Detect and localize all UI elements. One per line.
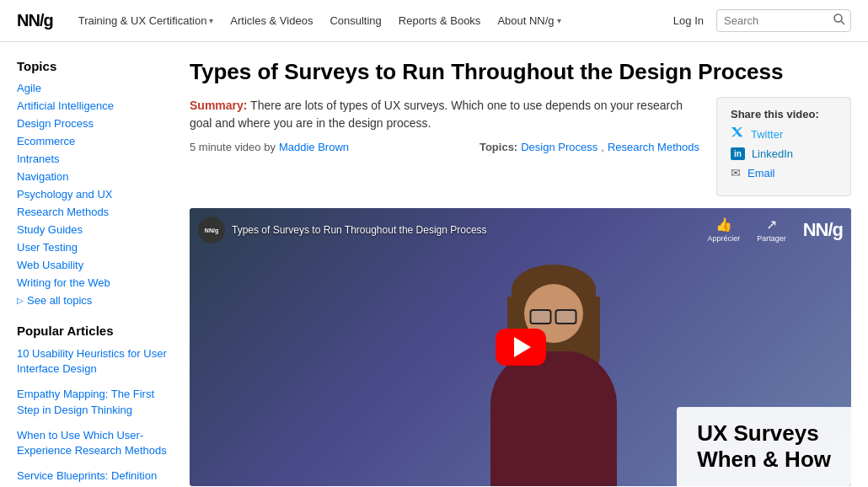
search-input[interactable] — [724, 14, 833, 27]
person-glasses — [526, 309, 581, 326]
nav-articles[interactable]: Articles & Videos — [230, 14, 313, 27]
sidebar-item-agile[interactable]: Agile — [17, 82, 173, 94]
topic-research-methods[interactable]: Research Methods — [608, 141, 699, 153]
video-person — [490, 271, 617, 486]
sidebar-item-research-methods[interactable]: Research Methods — [17, 206, 173, 218]
video-container: NN/g Types of Surveys to Run Throughout … — [190, 208, 851, 486]
popular-article-4[interactable]: Service Blueprints: Definition — [17, 468, 173, 484]
glasses-frame — [526, 309, 581, 324]
glasses-lens-left — [530, 309, 552, 324]
chevron-right-icon: ▷ — [17, 296, 24, 305]
sidebar: Topics Agile Artificial Intelligence Des… — [17, 59, 173, 487]
video-logo: NN/g — [803, 219, 843, 241]
sidebar-item-intranets[interactable]: Intranets — [17, 153, 173, 165]
popular-articles-heading: Popular Articles — [17, 324, 173, 338]
sidebar-item-navigation[interactable]: Navigation — [17, 170, 173, 183]
video-top-right-actions: 👍 Apprécier ↗ Partager NN/g — [708, 217, 843, 243]
search-icon[interactable] — [833, 13, 845, 28]
sidebar-item-ai[interactable]: Artificial Intelligence — [17, 99, 173, 112]
person-body — [490, 351, 617, 486]
glasses-lens-right — [555, 309, 577, 324]
svg-point-0 — [834, 14, 842, 22]
nav-about[interactable]: About NN/g ▾ — [497, 14, 560, 27]
play-button[interactable] — [496, 329, 546, 366]
share-title: Share this video: — [731, 108, 837, 120]
share-box: Share this video: Twitter in LinkedIn ✉ … — [716, 97, 851, 196]
play-icon — [514, 337, 531, 357]
see-all-label: See all topics — [27, 294, 92, 307]
article-topics: Topics: Design Process, Research Methods — [480, 141, 699, 153]
site-logo[interactable]: NN/g — [17, 11, 53, 30]
popular-articles-section: Popular Articles 10 Usability Heuristics… — [17, 324, 173, 484]
video-player[interactable]: NN/g Types of Surveys to Run Throughout … — [190, 208, 851, 486]
sidebar-item-web-usability[interactable]: Web Usability — [17, 259, 173, 271]
chevron-down-icon: ▾ — [209, 16, 213, 25]
search-box — [716, 9, 851, 32]
summary-body: There are lots of types of UX surveys. W… — [190, 99, 683, 130]
nav-training[interactable]: Training & UX Certification ▾ — [78, 14, 214, 27]
header: NN/g Training & UX Certification ▾ Artic… — [0, 0, 868, 42]
login-link[interactable]: Log In — [673, 14, 704, 27]
ux-surveys-title: UX Surveys When & How — [697, 420, 831, 473]
linkedin-label: LinkedIn — [752, 147, 793, 160]
popular-article-2[interactable]: Empathy Mapping: The First Step in Desig… — [17, 387, 173, 417]
overlay-line1: UX Surveys — [697, 420, 831, 447]
overlay-line2: When & How — [697, 447, 831, 473]
linkedin-icon: in — [731, 147, 745, 160]
article-meta: 5 minute video by Maddie Brown Topics: D… — [190, 141, 699, 153]
main-layout: Topics Agile Artificial Intelligence Des… — [0, 42, 868, 487]
main-nav: Training & UX Certification ▾ Articles &… — [78, 14, 673, 27]
sidebar-item-design-process[interactable]: Design Process — [17, 117, 173, 130]
nngroup-badge: NN/g — [198, 217, 225, 244]
sidebar-item-user-testing[interactable]: User Testing — [17, 241, 173, 254]
twitter-share[interactable]: Twitter — [731, 127, 837, 142]
article-content: Types of Surveys to Run Throughout the D… — [190, 59, 851, 487]
like-label: Apprécier — [708, 234, 741, 243]
article-byline: 5 minute video by Maddie Brown — [190, 141, 349, 153]
video-top-bar: NN/g Types of Surveys to Run Throughout … — [198, 217, 487, 244]
header-right: Log In — [673, 9, 851, 32]
popular-article-1[interactable]: 10 Usability Heuristics for User Interfa… — [17, 346, 173, 377]
svg-line-1 — [841, 21, 844, 24]
email-share[interactable]: ✉ Email — [731, 166, 837, 179]
summary-label: Summary: — [190, 99, 247, 112]
sidebar-item-study-guides[interactable]: Study Guides — [17, 223, 173, 236]
logo-text: NN/g — [17, 11, 53, 29]
video-share-action[interactable]: ↗ Partager — [757, 217, 786, 243]
email-icon: ✉ — [731, 166, 741, 179]
email-label: Email — [747, 167, 775, 179]
nav-reports[interactable]: Reports & Books — [399, 14, 481, 27]
twitter-icon — [731, 127, 744, 142]
topic-design-process[interactable]: Design Process — [521, 141, 597, 153]
share-icon: ↗ — [766, 217, 777, 233]
author-link[interactable]: Maddie Brown — [279, 141, 349, 153]
chevron-down-icon: ▾ — [557, 16, 561, 25]
see-all-topics-link[interactable]: ▷ See all topics — [17, 294, 173, 307]
topics-label: Topics: — [480, 141, 517, 153]
nav-consulting[interactable]: Consulting — [330, 14, 381, 27]
twitter-label: Twitter — [751, 128, 783, 141]
topics-heading: Topics — [17, 59, 173, 73]
video-like-action[interactable]: 👍 Apprécier — [708, 217, 741, 243]
share-label: Partager — [757, 234, 786, 243]
article-title: Types of Surveys to Run Throughout the D… — [190, 59, 851, 85]
thumbsup-icon: 👍 — [715, 217, 732, 233]
sidebar-item-writing[interactable]: Writing for the Web — [17, 276, 173, 289]
video-overlay-bottom: UX Surveys When & How — [677, 407, 851, 486]
linkedin-share[interactable]: in LinkedIn — [731, 147, 837, 160]
video-title-overlay: Types of Surveys to Run Throughout the D… — [232, 224, 487, 236]
sidebar-item-ecommerce[interactable]: Ecommerce — [17, 135, 173, 147]
sidebar-item-psychology[interactable]: Psychology and UX — [17, 188, 173, 201]
popular-article-3[interactable]: When to Use Which User-Experience Resear… — [17, 428, 173, 458]
duration-text: 5 minute video by — [190, 141, 276, 153]
